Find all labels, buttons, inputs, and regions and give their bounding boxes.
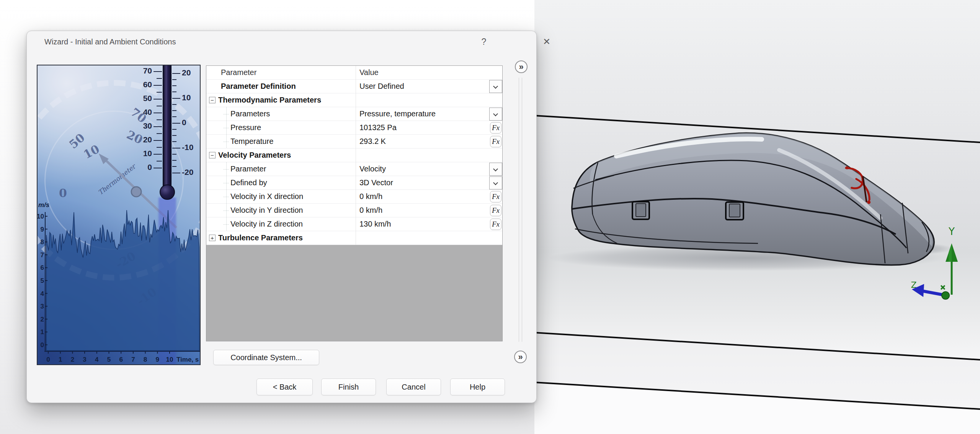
row-value: 293.2 K bbox=[359, 135, 386, 148]
expand-bottom-button[interactable]: » bbox=[514, 351, 527, 363]
table-header-row: Parameter Value bbox=[206, 66, 502, 80]
row-value: Velocity bbox=[359, 162, 386, 176]
fx-dependency-button[interactable]: Fx bbox=[490, 136, 501, 147]
table-empty-area bbox=[206, 245, 502, 341]
graphics-viewport[interactable]: Y Z bbox=[534, 0, 980, 434]
table-row[interactable]: Parameter DefinitionUser Defined bbox=[206, 80, 502, 93]
chevron-down-icon bbox=[493, 180, 498, 185]
collapse-icon[interactable]: − bbox=[209, 97, 216, 103]
dialog-title: Wizard - Initial and Ambient Conditions bbox=[44, 31, 176, 52]
finish-button[interactable]: Finish bbox=[321, 379, 376, 395]
collapse-icon[interactable]: − bbox=[209, 152, 216, 158]
dropdown-button[interactable] bbox=[489, 80, 502, 93]
row-label: Velocity in X direction bbox=[230, 190, 303, 204]
column-header-parameter: Parameter bbox=[221, 66, 256, 80]
triad-y-label: Y bbox=[948, 226, 955, 237]
row-label: Pressure bbox=[230, 121, 261, 135]
help-button[interactable]: Help bbox=[450, 379, 505, 395]
row-value: User Defined bbox=[359, 80, 404, 93]
row-value: 101325 Pa bbox=[359, 121, 397, 135]
row-label: Velocity in Y direction bbox=[230, 204, 303, 217]
row-label: Temperature bbox=[230, 135, 273, 148]
tree-guide bbox=[224, 169, 229, 170]
row-label: Parameter Definition bbox=[221, 80, 296, 93]
table-row[interactable]: ParametersPressure, temperature bbox=[206, 107, 502, 121]
table-row[interactable]: Velocity in Y direction0 km/hFx bbox=[206, 204, 502, 217]
row-label: Parameters bbox=[230, 107, 270, 121]
parameter-table[interactable]: Parameter Value Parameter DefinitionUser… bbox=[206, 65, 503, 341]
tree-guide bbox=[224, 142, 229, 142]
tree-guide bbox=[224, 183, 229, 183]
fx-dependency-button[interactable]: Fx bbox=[490, 205, 501, 216]
table-row[interactable]: −Thermodynamic Parameters bbox=[206, 93, 502, 107]
tree-guide bbox=[224, 128, 229, 128]
panel-splitter[interactable] bbox=[519, 78, 519, 342]
row-label: Defined by bbox=[230, 176, 267, 190]
viewport-canvas: Y Z bbox=[534, 0, 980, 434]
table-row[interactable]: Velocity in Z direction130 km/hFx bbox=[206, 217, 502, 231]
mouse-side-hole-2 bbox=[726, 202, 743, 220]
wizard-preview-image: 507020100-20-10 Thermometer 706050403020… bbox=[37, 65, 201, 365]
cancel-button[interactable]: Cancel bbox=[386, 379, 441, 395]
close-icon[interactable]: ✕ bbox=[536, 31, 557, 52]
back-button[interactable]: < Back bbox=[256, 379, 313, 395]
expand-icon[interactable]: + bbox=[209, 235, 216, 241]
triad-origin-ball bbox=[942, 292, 949, 299]
tree-guide bbox=[224, 197, 229, 197]
table-row[interactable]: Velocity in X direction0 km/hFx bbox=[206, 190, 502, 204]
row-value: Pressure, temperature bbox=[359, 107, 436, 121]
table-row[interactable]: ParameterVelocity bbox=[206, 162, 502, 176]
chevron-down-icon bbox=[493, 166, 498, 171]
tree-guide bbox=[224, 224, 229, 225]
coordinate-system-button[interactable]: Coordinate System... bbox=[213, 350, 319, 365]
column-header-value: Value bbox=[359, 66, 379, 80]
preview-color-cast bbox=[38, 65, 200, 364]
row-label: Velocity Parameters bbox=[218, 148, 291, 162]
table-row[interactable]: −Velocity Parameters bbox=[206, 148, 502, 162]
row-label: Parameter bbox=[230, 162, 266, 176]
expand-top-button[interactable]: » bbox=[515, 60, 528, 73]
mouse-side-hole-1 bbox=[632, 202, 649, 219]
table-column-divider bbox=[356, 66, 356, 245]
dialog-help-icon[interactable]: ? bbox=[473, 31, 495, 52]
dropdown-button[interactable] bbox=[489, 163, 502, 176]
wizard-dialog: Wizard - Initial and Ambient Conditions … bbox=[26, 31, 537, 403]
row-label: Turbulence Parameters bbox=[218, 231, 303, 245]
fx-dependency-button[interactable]: Fx bbox=[490, 191, 501, 202]
row-value: 130 km/h bbox=[359, 217, 391, 231]
dropdown-button[interactable] bbox=[489, 108, 502, 121]
table-row[interactable]: +Turbulence Parameters bbox=[206, 231, 502, 245]
tree-guide bbox=[224, 114, 229, 114]
table-row[interactable]: Pressure101325 PaFx bbox=[206, 121, 502, 135]
row-label: Velocity in Z direction bbox=[230, 217, 303, 231]
dropdown-button[interactable] bbox=[489, 176, 502, 189]
table-row[interactable]: Defined by3D Vector bbox=[206, 176, 502, 190]
row-value: 0 km/h bbox=[359, 204, 382, 217]
panel-splitter-line2 bbox=[522, 78, 522, 342]
row-label: Thermodynamic Parameters bbox=[218, 93, 321, 107]
chevron-down-icon bbox=[493, 111, 498, 116]
fx-dependency-button[interactable]: Fx bbox=[490, 122, 501, 134]
fx-dependency-button[interactable]: Fx bbox=[490, 219, 501, 230]
row-value: 0 km/h bbox=[359, 190, 382, 204]
table-row[interactable]: Temperature293.2 KFx bbox=[206, 135, 502, 148]
chevron-down-icon bbox=[493, 84, 498, 89]
dialog-titlebar[interactable]: Wizard - Initial and Ambient Conditions … bbox=[27, 31, 536, 52]
row-value: 3D Vector bbox=[359, 176, 393, 190]
tree-guide bbox=[224, 210, 229, 211]
